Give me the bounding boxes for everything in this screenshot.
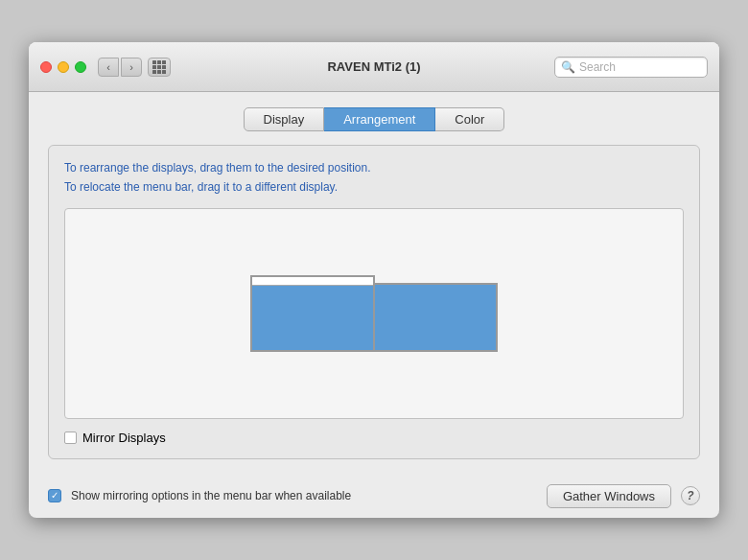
content-area: Display Arrangement Color To rearrange t… — [29, 92, 719, 474]
tabs-bar: Display Arrangement Color — [48, 107, 700, 131]
minimize-button[interactable] — [58, 61, 69, 73]
instruction-line1: To rearrange the displays, drag them to … — [64, 159, 684, 177]
displays-container — [250, 275, 498, 352]
forward-button[interactable]: › — [121, 58, 142, 77]
help-button[interactable]: ? — [681, 486, 700, 505]
traffic-lights — [40, 61, 86, 73]
mirror-displays-row: Mirror Displays — [64, 431, 684, 445]
checkmark-icon: ✓ — [51, 491, 58, 501]
show-mirroring-checkbox[interactable]: ✓ — [48, 489, 61, 502]
show-mirroring-label: Show mirroring options in the menu bar w… — [71, 489, 537, 502]
search-box[interactable]: 🔍 — [554, 57, 708, 78]
maximize-button[interactable] — [75, 61, 86, 73]
grid-icon — [152, 60, 166, 74]
tab-display[interactable]: Display — [244, 107, 325, 131]
gather-windows-button[interactable]: Gather Windows — [547, 484, 671, 508]
display-primary[interactable] — [250, 275, 375, 352]
tab-arrangement[interactable]: Arrangement — [324, 107, 435, 131]
back-button[interactable]: ‹ — [98, 58, 119, 77]
mirror-displays-checkbox[interactable] — [64, 432, 77, 444]
close-button[interactable] — [40, 61, 52, 73]
titlebar: ‹ › RAVEN MTi2 (1) 🔍 — [29, 42, 719, 92]
nav-buttons: ‹ › — [98, 58, 142, 77]
instructions: To rearrange the displays, drag them to … — [64, 159, 684, 196]
display-arrangement-area[interactable] — [64, 208, 684, 419]
mirror-displays-label: Mirror Displays — [82, 431, 166, 445]
arrangement-panel: To rearrange the displays, drag them to … — [48, 145, 700, 458]
window: ‹ › RAVEN MTi2 (1) 🔍 Display Arrangement… — [29, 42, 719, 517]
tab-color[interactable]: Color — [435, 107, 504, 131]
instruction-line2: To relocate the menu bar, drag it to a d… — [64, 178, 684, 197]
display-secondary[interactable] — [375, 283, 498, 352]
search-icon: 🔍 — [561, 60, 575, 74]
grid-button[interactable] — [148, 58, 171, 77]
search-input[interactable] — [579, 60, 701, 74]
footer: ✓ Show mirroring options in the menu bar… — [29, 475, 719, 518]
window-title: RAVEN MTi2 (1) — [327, 59, 420, 74]
